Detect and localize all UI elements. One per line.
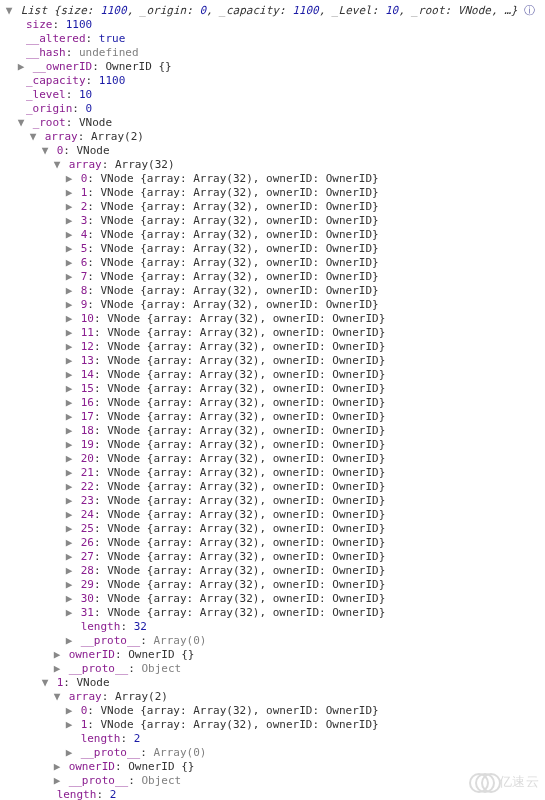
watermark-text: 亿速云 — [499, 775, 540, 789]
vnode-item[interactable]: ▶ 5: VNode {array: Array(32), ownerID: O… — [4, 242, 545, 256]
vnode-item[interactable]: ▶ 29: VNode {array: Array(32), ownerID: … — [4, 578, 545, 592]
expand-arrow[interactable]: ▶ — [64, 494, 74, 508]
proto-row[interactable]: ▶ __proto__: Array(0) — [4, 746, 545, 760]
proto-row[interactable]: ▶ __proto__: Object — [4, 662, 545, 676]
expand-arrow[interactable]: ▶ — [64, 354, 74, 368]
expand-arrow[interactable]: ▶ — [64, 634, 74, 648]
expand-arrow[interactable]: ▶ — [64, 340, 74, 354]
vnode-item[interactable]: ▶ 1: VNode {array: Array(32), ownerID: O… — [4, 186, 545, 200]
vnode-item[interactable]: ▶ 27: VNode {array: Array(32), ownerID: … — [4, 550, 545, 564]
property-row: ▶__hash: undefined — [4, 46, 545, 60]
vnode-item[interactable]: ▶ 7: VNode {array: Array(32), ownerID: O… — [4, 270, 545, 284]
node0-array-row[interactable]: ▼ array: Array(32) — [4, 158, 545, 172]
root-row[interactable]: ▼ List {size: 1100, _origin: 0, _capacit… — [4, 4, 545, 18]
expand-arrow[interactable]: ▶ — [64, 214, 74, 228]
vnode-item[interactable]: ▶ 0: VNode {array: Array(32), ownerID: O… — [4, 172, 545, 186]
vnode-item[interactable]: ▶ 18: VNode {array: Array(32), ownerID: … — [4, 424, 545, 438]
vnode-item[interactable]: ▶ 21: VNode {array: Array(32), ownerID: … — [4, 466, 545, 480]
expand-arrow[interactable]: ▶ — [64, 592, 74, 606]
collapse-arrow[interactable]: ▼ — [40, 676, 50, 690]
proto-row[interactable]: ▶ __proto__: Array(0) — [4, 634, 545, 648]
vnode-item[interactable]: ▶ 2: VNode {array: Array(32), ownerID: O… — [4, 200, 545, 214]
vnode-item[interactable]: ▶ 17: VNode {array: Array(32), ownerID: … — [4, 410, 545, 424]
vnode-item[interactable]: ▶ 23: VNode {array: Array(32), ownerID: … — [4, 494, 545, 508]
collapse-arrow[interactable]: ▼ — [16, 116, 26, 130]
expand-arrow[interactable]: ▶ — [64, 480, 74, 494]
expand-arrow[interactable]: ▶ — [64, 466, 74, 480]
vnode-item[interactable]: ▶ 10: VNode {array: Array(32), ownerID: … — [4, 312, 545, 326]
expand-arrow[interactable]: ▶ — [64, 396, 74, 410]
vnode-item[interactable]: ▶ 31: VNode {array: Array(32), ownerID: … — [4, 606, 545, 620]
ownerid-row[interactable]: ▶ ownerID: OwnerID {} — [4, 648, 545, 662]
vnode-item[interactable]: ▶ 6: VNode {array: Array(32), ownerID: O… — [4, 256, 545, 270]
expand-arrow[interactable]: ▶ — [64, 284, 74, 298]
collapse-arrow[interactable]: ▼ — [52, 158, 62, 172]
vnode-item[interactable]: ▶ 4: VNode {array: Array(32), ownerID: O… — [4, 228, 545, 242]
vnode-item[interactable]: ▶ 0: VNode {array: Array(32), ownerID: O… — [4, 704, 545, 718]
info-icon[interactable]: ⓘ — [524, 4, 535, 17]
expand-arrow[interactable]: ▶ — [64, 522, 74, 536]
root-field-row[interactable]: ▼ _root: VNode — [4, 116, 545, 130]
expand-arrow[interactable]: ▶ — [64, 200, 74, 214]
expand-arrow[interactable]: ▶ — [64, 186, 74, 200]
expand-arrow[interactable]: ▶ — [64, 704, 74, 718]
vnode-item[interactable]: ▶ 22: VNode {array: Array(32), ownerID: … — [4, 480, 545, 494]
expand-arrow[interactable]: ▶ — [64, 452, 74, 466]
vnode-item[interactable]: ▶ 9: VNode {array: Array(32), ownerID: O… — [4, 298, 545, 312]
proto-row[interactable]: ▶ __proto__: Object — [4, 774, 545, 788]
expand-arrow[interactable]: ▶ — [64, 746, 74, 760]
expand-arrow[interactable]: ▶ — [64, 172, 74, 186]
expand-arrow[interactable]: ▶ — [52, 760, 62, 774]
expand-arrow[interactable]: ▶ — [64, 606, 74, 620]
ownerid-row[interactable]: ▶ __ownerID: OwnerID {} — [4, 60, 545, 74]
expand-arrow[interactable]: ▶ — [64, 564, 74, 578]
vnode-item[interactable]: ▶ 8: VNode {array: Array(32), ownerID: O… — [4, 284, 545, 298]
vnode-item[interactable]: ▶ 28: VNode {array: Array(32), ownerID: … — [4, 564, 545, 578]
length-row: ▶ length: 32 — [4, 620, 545, 634]
vnode-item[interactable]: ▶ 13: VNode {array: Array(32), ownerID: … — [4, 354, 545, 368]
vnode-item[interactable]: ▶ 14: VNode {array: Array(32), ownerID: … — [4, 368, 545, 382]
vnode-item[interactable]: ▶ 11: VNode {array: Array(32), ownerID: … — [4, 326, 545, 340]
expand-arrow[interactable]: ▶ — [64, 298, 74, 312]
node0-row[interactable]: ▼ 0: VNode — [4, 144, 545, 158]
collapse-arrow[interactable]: ▼ — [28, 130, 38, 144]
expand-arrow[interactable]: ▶ — [64, 242, 74, 256]
vnode-item[interactable]: ▶ 15: VNode {array: Array(32), ownerID: … — [4, 382, 545, 396]
expand-arrow[interactable]: ▶ — [64, 382, 74, 396]
expand-arrow[interactable]: ▶ — [64, 228, 74, 242]
expand-arrow[interactable]: ▶ — [64, 508, 74, 522]
outer-array-row[interactable]: ▼ array: Array(2) — [4, 130, 545, 144]
expand-arrow[interactable]: ▶ — [64, 326, 74, 340]
expand-arrow[interactable]: ▶ — [64, 312, 74, 326]
expand-arrow[interactable]: ▶ — [52, 648, 62, 662]
vnode-item[interactable]: ▶ 26: VNode {array: Array(32), ownerID: … — [4, 536, 545, 550]
expand-arrow[interactable]: ▶ — [64, 368, 74, 382]
vnode-item[interactable]: ▶ 12: VNode {array: Array(32), ownerID: … — [4, 340, 545, 354]
expand-arrow[interactable]: ▶ — [64, 410, 74, 424]
node1-array-row[interactable]: ▼ array: Array(2) — [4, 690, 545, 704]
expand-arrow[interactable]: ▶ — [64, 256, 74, 270]
expand-arrow[interactable]: ▶ — [64, 550, 74, 564]
vnode-item[interactable]: ▶ 16: VNode {array: Array(32), ownerID: … — [4, 396, 545, 410]
node1-row[interactable]: ▼ 1: VNode — [4, 676, 545, 690]
expand-arrow[interactable]: ▶ — [64, 536, 74, 550]
ownerid-row[interactable]: ▶ ownerID: OwnerID {} — [4, 760, 545, 774]
expand-arrow[interactable]: ▶ — [64, 438, 74, 452]
expand-arrow[interactable]: ▶ — [16, 60, 26, 74]
vnode-item[interactable]: ▶ 30: VNode {array: Array(32), ownerID: … — [4, 592, 545, 606]
expand-arrow[interactable]: ▶ — [52, 662, 62, 676]
expand-arrow[interactable]: ▶ — [64, 578, 74, 592]
vnode-item[interactable]: ▶ 25: VNode {array: Array(32), ownerID: … — [4, 522, 545, 536]
expand-arrow[interactable]: ▶ — [52, 774, 62, 788]
expand-arrow[interactable]: ▶ — [64, 424, 74, 438]
vnode-item[interactable]: ▶ 24: VNode {array: Array(32), ownerID: … — [4, 508, 545, 522]
collapse-arrow[interactable]: ▼ — [52, 690, 62, 704]
expand-arrow[interactable]: ▶ — [64, 718, 74, 732]
collapse-arrow[interactable]: ▼ — [4, 4, 14, 18]
vnode-item[interactable]: ▶ 20: VNode {array: Array(32), ownerID: … — [4, 452, 545, 466]
vnode-item[interactable]: ▶ 3: VNode {array: Array(32), ownerID: O… — [4, 214, 545, 228]
collapse-arrow[interactable]: ▼ — [40, 144, 50, 158]
expand-arrow[interactable]: ▶ — [64, 270, 74, 284]
vnode-item[interactable]: ▶ 1: VNode {array: Array(32), ownerID: O… — [4, 718, 545, 732]
vnode-item[interactable]: ▶ 19: VNode {array: Array(32), ownerID: … — [4, 438, 545, 452]
